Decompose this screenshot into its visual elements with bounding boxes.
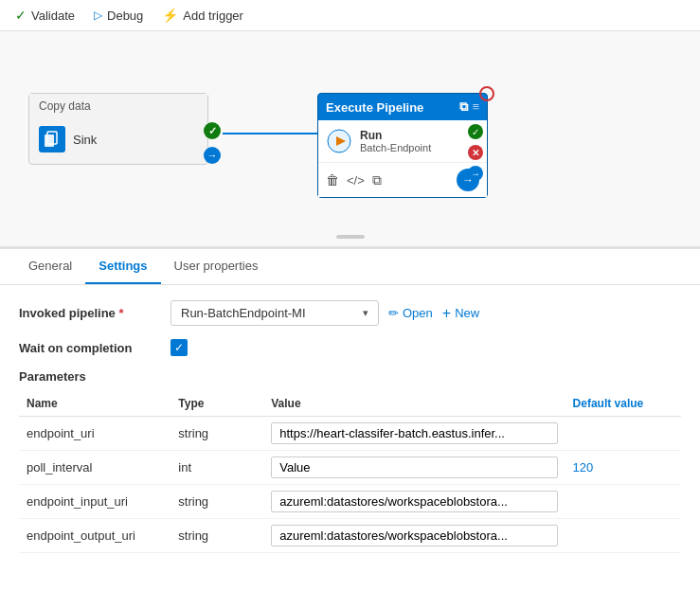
new-label: New: [455, 306, 479, 320]
wait-completion-checkbox[interactable]: ✓: [171, 339, 188, 356]
pipeline-dropdown-value: Run-BatchEndpoint-MI: [181, 306, 306, 320]
canvas-area: Copy data Sink ✓ → Execute Pipeline ⧉: [0, 31, 700, 249]
copy-icon[interactable]: ⧉: [372, 172, 382, 188]
validate-button[interactable]: ✓ Validate: [15, 8, 75, 23]
execute-connectors: ✓ ✕ →: [464, 120, 487, 185]
param-value-cell: [263, 417, 565, 451]
copy-data-header: Copy data: [29, 94, 207, 118]
table-row: endpoint_output_uristring: [19, 519, 681, 553]
edit-icon: ✏: [388, 306, 399, 320]
tab-general[interactable]: General: [15, 249, 85, 284]
debug-button[interactable]: ▷ Debug: [94, 9, 143, 23]
plus-icon: +: [442, 305, 451, 322]
open-label: Open: [403, 306, 433, 320]
copy-data-node[interactable]: Copy data Sink ✓ →: [28, 93, 208, 165]
param-value-cell: [263, 451, 565, 485]
code-icon[interactable]: </>: [347, 173, 365, 188]
red-status-circle: [479, 86, 494, 101]
copy-data-icon: [39, 126, 65, 152]
debug-label: Debug: [107, 9, 143, 23]
param-name: endpoint_output_uri: [19, 519, 171, 553]
wait-completion-control: ✓: [171, 339, 681, 356]
run-icon: [326, 128, 352, 154]
param-type: string: [171, 417, 263, 451]
invoked-pipeline-row: Invoked pipeline * Run-BatchEndpoint-MI …: [19, 300, 681, 326]
invoked-pipeline-control: Run-BatchEndpoint-MI ▾ ✏ Open + New: [171, 300, 681, 326]
external-link-icon[interactable]: ⧉: [459, 99, 468, 115]
chevron-down-icon: ▾: [363, 307, 368, 319]
execute-body: Run Batch-Endpoint ✓ ✕ →: [318, 120, 487, 162]
connection-arrow: [223, 133, 322, 134]
wait-completion-label: Wait on completion: [19, 341, 171, 355]
success-connector[interactable]: ✓: [204, 122, 221, 139]
exec-fail-connector[interactable]: ✕: [468, 145, 483, 160]
param-type: string: [171, 519, 263, 553]
param-name: endpoint_input_uri: [19, 485, 171, 519]
table-row: endpoint_uristring: [19, 417, 681, 451]
open-button[interactable]: ✏ Open: [388, 306, 433, 320]
run-label: Run Batch-Endpoint: [360, 129, 431, 153]
copy-data-title: Copy data: [39, 99, 91, 113]
add-trigger-label: Add trigger: [183, 9, 243, 23]
table-row: poll_intervalint120: [19, 451, 681, 485]
delete-icon[interactable]: 🗑: [326, 172, 339, 188]
parameters-table: Name Type Value Default value endpoint_u…: [19, 391, 681, 553]
param-default: [565, 417, 681, 451]
param-type: int: [171, 451, 263, 485]
copy-data-connectors: ✓ →: [204, 122, 221, 164]
execute-header: Execute Pipeline ⧉ ≡: [318, 94, 487, 120]
param-value-input[interactable]: [271, 457, 557, 478]
new-button[interactable]: + New: [442, 305, 479, 322]
settings-content: Invoked pipeline * Run-BatchEndpoint-MI …: [0, 285, 700, 568]
add-trigger-button[interactable]: ⚡ Add trigger: [162, 8, 243, 23]
wait-completion-row: Wait on completion ✓: [19, 339, 681, 356]
toolbar: ✓ Validate ▷ Debug ⚡ Add trigger: [0, 0, 700, 31]
invoked-pipeline-label: Invoked pipeline *: [19, 306, 171, 320]
play-icon: ▷: [94, 9, 102, 22]
param-value-cell: [263, 485, 565, 519]
exec-skip-connector[interactable]: →: [468, 166, 483, 181]
param-name: endpoint_uri: [19, 417, 171, 451]
run-sublabel-text: Batch-Endpoint: [360, 142, 431, 153]
copy-data-body-label: Sink: [73, 133, 97, 147]
pipeline-dropdown[interactable]: Run-BatchEndpoint-MI ▾: [171, 300, 379, 326]
trigger-icon: ⚡: [162, 8, 178, 23]
copy-data-body: Sink: [29, 118, 207, 164]
param-default: [565, 485, 681, 519]
check-icon: ✓: [15, 8, 27, 23]
run-text: Run: [360, 129, 431, 142]
param-default: 120: [565, 451, 681, 485]
execute-title: Execute Pipeline: [326, 100, 423, 115]
validate-label: Validate: [31, 9, 75, 23]
drag-icon: ≡: [472, 99, 479, 115]
exec-success-connector[interactable]: ✓: [468, 124, 483, 139]
param-value-input[interactable]: [271, 491, 557, 512]
arrow-connector[interactable]: →: [204, 147, 221, 164]
col-header-default: Default value: [565, 391, 681, 417]
collapse-handle[interactable]: [336, 235, 365, 239]
tab-settings[interactable]: Settings: [85, 249, 160, 284]
param-value-input[interactable]: [271, 422, 557, 444]
execute-header-icons: ⧉ ≡: [459, 99, 479, 115]
bottom-panel: General Settings User properties Invoked…: [0, 249, 700, 591]
parameters-title: Parameters: [19, 369, 681, 384]
svg-rect-0: [45, 134, 54, 147]
parameters-section: Parameters Name Type Value Default value…: [19, 369, 681, 553]
execute-pipeline-node[interactable]: Execute Pipeline ⧉ ≡ Run Batch-Endpoint …: [317, 93, 488, 198]
param-type: string: [171, 485, 263, 519]
col-header-type: Type: [171, 391, 263, 417]
param-value-input[interactable]: [271, 525, 557, 546]
table-row: endpoint_input_uristring: [19, 485, 681, 519]
param-name: poll_interval: [19, 451, 171, 485]
param-value-cell: [263, 519, 565, 553]
param-default: [565, 519, 681, 553]
col-header-value: Value: [263, 391, 565, 417]
tab-user-properties[interactable]: User properties: [161, 249, 272, 284]
col-header-name: Name: [19, 391, 171, 417]
execute-footer: 🗑 </> ⧉ →: [318, 162, 487, 197]
tab-bar: General Settings User properties: [0, 249, 700, 285]
